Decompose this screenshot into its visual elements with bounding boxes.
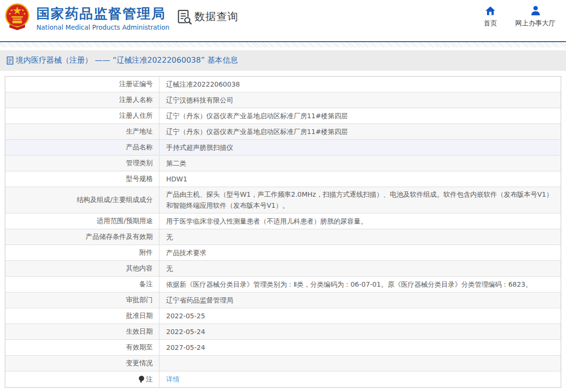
row-label: 注册人名称 — [5, 92, 159, 108]
row-value: 辽械注准20222060038 — [159, 77, 561, 92]
table-row: 产品储存条件及有效期无 — [5, 229, 561, 245]
detail-link[interactable]: 详情 — [166, 374, 180, 385]
row-label: 其他内容 — [5, 261, 159, 276]
row-value: 产品由主机、探头（型号W1，声工作频率2.0MHz，扫描方式逐线扫描）、电池及软… — [159, 187, 561, 213]
row-label: 产品储存条件及有效期 — [5, 229, 159, 245]
table-row: 管理类别第二类 — [5, 156, 561, 171]
table-row: 附件产品技术要求 — [5, 245, 561, 261]
row-value: 辽宁（丹东）仪器仪表产业基地启动区标准厂房11#楼第四层 — [159, 124, 561, 139]
table-row: 适用范围/预期用途用于医学临床非侵入性测量患者（不适用儿科患者）膀胱的尿容量。 — [5, 213, 561, 229]
row-value: 详情 — [159, 371, 561, 387]
agency-title: 国家药品监督管理局 National Medical Products Admi… — [36, 6, 170, 31]
row-label: 结构及组成/主要组成成分 — [5, 187, 159, 213]
table-row: 型号规格HDW1 — [5, 171, 561, 187]
person-icon — [530, 5, 541, 16]
row-value: 2022-05-25 — [159, 308, 561, 324]
row-value: 无 — [159, 261, 561, 276]
national-emblem-logo — [4, 3, 30, 31]
table-row: 生产地址辽宁（丹东）仪器仪表产业基地启动区标准厂房11#楼第四层 — [5, 124, 561, 140]
main-content: 注册证编号辽械注准20222060038注册人名称辽宁汉德科技有限公司注册人住所… — [0, 71, 566, 388]
nav-home[interactable]: 首页 — [484, 5, 497, 28]
page: 国家药品监督管理局 National Medical Products Admi… — [0, 0, 566, 388]
nav-service-hall[interactable]: 网上办事大厅 — [515, 5, 555, 28]
row-label: 附件 — [5, 245, 159, 260]
row-label: 产品名称 — [5, 140, 159, 155]
row-label: 变更情况 — [5, 356, 159, 371]
table-row: 注详情 — [5, 371, 561, 387]
table-row: 注册人名称辽宁汉德科技有限公司 — [5, 92, 561, 108]
row-label: 备注 — [5, 277, 159, 292]
agency-name-cn: 国家药品监督管理局 — [36, 6, 170, 22]
data-query-section[interactable]: 数据查询 — [176, 9, 238, 25]
row-value: 辽宁汉德科技有限公司 — [159, 92, 561, 108]
table-row: 注册证编号辽械注准20222060038 — [5, 77, 561, 92]
row-value: 2027-05-24 — [159, 340, 561, 355]
document-icon — [7, 56, 13, 65]
table-row: 批准日期2022-05-25 — [5, 308, 561, 324]
table-row: 审批部门辽宁省药品监督管理局 — [5, 292, 561, 308]
table-row: 有效期至2027-05-24 — [5, 340, 561, 356]
nav-home-label: 首页 — [484, 19, 497, 28]
info-table: 注册证编号辽械注准20222060038注册人名称辽宁汉德科技有限公司注册人住所… — [5, 76, 561, 388]
row-value: 产品技术要求 — [159, 245, 561, 260]
data-query-label: 数据查询 — [194, 10, 238, 24]
nav-service-hall-label: 网上办事大厅 — [515, 19, 555, 28]
row-label: 型号规格 — [5, 171, 159, 187]
row-label: 有效期至 — [5, 340, 159, 355]
hatch-pattern-strip — [0, 42, 566, 47]
table-row: 变更情况 — [5, 356, 561, 371]
row-label: 注册人住所 — [5, 108, 159, 123]
row-value: 2022-05-24 — [159, 324, 561, 339]
row-value: 依据新《医疗器械分类目录》管理类别为：Ⅱ类，分类编码为：06-07-01。原《医… — [159, 277, 561, 292]
home-icon — [485, 5, 496, 16]
row-value: 辽宁省药品监督管理局 — [159, 292, 561, 308]
breadcrumb-text: 境内医疗器械（注册） —— “辽械注准20222060038” 基本信息 — [16, 56, 238, 66]
row-value: 第二类 — [159, 156, 561, 171]
table-row: 结构及组成/主要组成成分产品由主机、探头（型号W1，声工作频率2.0MHz，扫描… — [5, 187, 561, 213]
row-value: 手持式超声膀胱扫描仪 — [159, 140, 561, 155]
header-nav: 首页 网上办事大厅 — [484, 5, 555, 28]
document-search-icon — [176, 9, 192, 25]
row-value: 辽宁（丹东）仪器仪表产业基地启动区标准厂房11#楼第四层 — [159, 108, 561, 123]
table-row: 生效日期2022-05-24 — [5, 324, 561, 340]
site-header: 国家药品监督管理局 National Medical Products Admi… — [0, 0, 566, 41]
row-label: 管理类别 — [5, 156, 159, 171]
note-pin-icon — [139, 376, 145, 383]
agency-name-en: National Medical Products Administration — [36, 23, 170, 31]
table-row: 其他内容无 — [5, 261, 561, 277]
row-value — [159, 356, 561, 371]
row-label: 注册证编号 — [5, 77, 159, 92]
row-label: 批准日期 — [5, 308, 159, 324]
row-label: 注 — [5, 371, 159, 387]
row-value: HDW1 — [159, 171, 561, 187]
row-value: 无 — [159, 229, 561, 245]
breadcrumb: 境内医疗器械（注册） —— “辽械注准20222060038” 基本信息 — [0, 50, 566, 71]
table-row: 注册人住所辽宁（丹东）仪器仪表产业基地启动区标准厂房11#楼第四层 — [5, 108, 561, 124]
table-row: 备注依据新《医疗器械分类目录》管理类别为：Ⅱ类，分类编码为：06-07-01。原… — [5, 277, 561, 292]
table-row: 产品名称手持式超声膀胱扫描仪 — [5, 140, 561, 156]
row-label: 生效日期 — [5, 324, 159, 339]
row-value: 用于医学临床非侵入性测量患者（不适用儿科患者）膀胱的尿容量。 — [159, 213, 561, 229]
row-label: 审批部门 — [5, 292, 159, 308]
row-label: 生产地址 — [5, 124, 159, 139]
row-label: 适用范围/预期用途 — [5, 213, 159, 229]
